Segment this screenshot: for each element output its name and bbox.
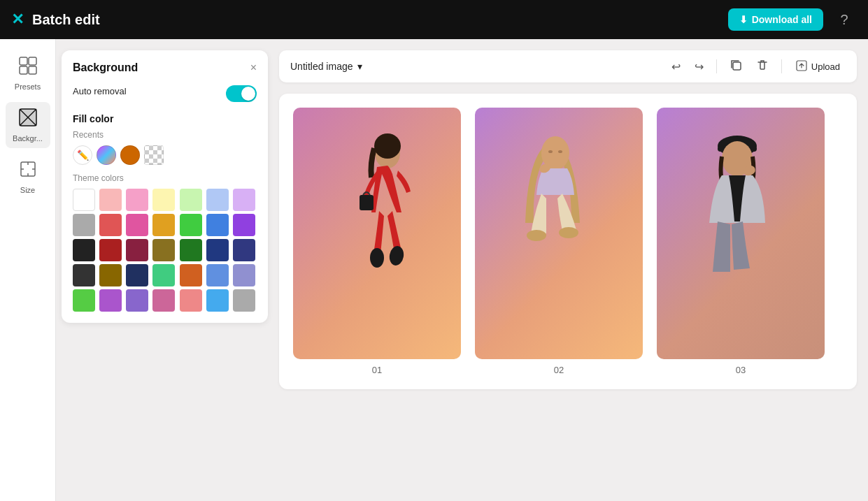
theme-color-swatch[interactable] bbox=[233, 189, 255, 211]
sidebar-item-background[interactable]: Backgr... bbox=[6, 102, 50, 148]
trash-icon bbox=[756, 59, 769, 74]
theme-color-swatch[interactable] bbox=[206, 214, 229, 236]
theme-colors-label: Theme colors bbox=[73, 173, 257, 183]
background-icon bbox=[18, 108, 38, 131]
tools-sidebar: Presets Backgr... bbox=[0, 39, 56, 501]
theme-color-swatch[interactable] bbox=[206, 264, 229, 286]
svg-point-17 bbox=[370, 248, 384, 268]
svg-rect-3 bbox=[29, 66, 36, 74]
theme-color-swatch[interactable] bbox=[233, 264, 255, 286]
theme-color-swatch[interactable] bbox=[233, 239, 255, 261]
image-item-3: 03 bbox=[657, 108, 825, 375]
panel-title: Background bbox=[73, 61, 138, 74]
topbar-left: ✕ Batch edit bbox=[11, 10, 100, 29]
image-card-3[interactable] bbox=[657, 108, 825, 359]
svg-point-23 bbox=[527, 230, 546, 241]
theme-color-swatch[interactable] bbox=[99, 189, 122, 211]
figure-svg-3 bbox=[657, 108, 825, 359]
chevron-down-icon: ▾ bbox=[357, 61, 362, 72]
image-label-3: 03 bbox=[736, 365, 746, 375]
theme-color-swatch[interactable] bbox=[73, 214, 95, 236]
toolbar-divider-2 bbox=[781, 59, 782, 73]
image-label-1: 01 bbox=[372, 365, 382, 375]
upload-button[interactable]: Upload bbox=[790, 57, 846, 76]
download-icon: ⬇ bbox=[739, 14, 748, 25]
theme-color-swatch[interactable] bbox=[206, 289, 229, 312]
theme-color-swatch[interactable] bbox=[180, 239, 202, 261]
image-label-2: 02 bbox=[554, 365, 564, 375]
theme-color-swatch[interactable] bbox=[233, 289, 255, 312]
image-name-dropdown[interactable]: Untitled image ▾ bbox=[290, 61, 362, 72]
svg-rect-1 bbox=[29, 57, 36, 65]
sidebar-item-size[interactable]: Size bbox=[6, 154, 50, 200]
theme-color-swatch[interactable] bbox=[99, 239, 122, 261]
copy-icon bbox=[730, 59, 742, 74]
background-label: Backgr... bbox=[13, 134, 43, 143]
theme-color-swatch[interactable] bbox=[233, 214, 255, 236]
svg-point-16 bbox=[374, 133, 401, 159]
svg-rect-19 bbox=[360, 195, 373, 210]
undo-icon: ↩ bbox=[671, 60, 681, 73]
figure-svg-1 bbox=[293, 108, 461, 359]
image-card-1[interactable] bbox=[293, 108, 461, 359]
image-item-2: 02 bbox=[475, 108, 643, 375]
presets-icon bbox=[18, 56, 38, 80]
theme-color-swatch[interactable] bbox=[180, 289, 202, 312]
theme-color-swatch[interactable] bbox=[126, 289, 148, 312]
theme-color-swatch[interactable] bbox=[99, 264, 122, 286]
theme-color-swatch[interactable] bbox=[152, 239, 175, 261]
fill-color-label: Fill color bbox=[73, 113, 257, 124]
auto-removal-label: Auto removal bbox=[73, 86, 127, 96]
theme-color-swatch[interactable] bbox=[180, 264, 202, 286]
theme-color-swatch[interactable] bbox=[206, 239, 229, 261]
copy-button[interactable] bbox=[725, 56, 746, 77]
panel-close-button[interactable]: × bbox=[250, 61, 257, 74]
eyedropper-button[interactable]: ✏️ bbox=[73, 145, 92, 165]
theme-color-swatch[interactable] bbox=[99, 214, 122, 236]
theme-color-swatch[interactable] bbox=[152, 264, 175, 286]
undo-button[interactable]: ↩ bbox=[667, 57, 685, 76]
image-card-2[interactable] bbox=[475, 108, 643, 359]
svg-point-21 bbox=[548, 150, 553, 153]
upload-icon bbox=[796, 60, 807, 73]
auto-removal-row: Auto removal bbox=[73, 85, 257, 102]
svg-point-24 bbox=[559, 227, 578, 238]
svg-point-18 bbox=[388, 245, 406, 266]
theme-color-swatch[interactable] bbox=[126, 264, 148, 286]
theme-color-swatch[interactable] bbox=[206, 189, 229, 211]
theme-color-swatch[interactable] bbox=[126, 189, 148, 211]
image-item-1: 01 bbox=[293, 108, 461, 375]
main-layout: Presets Backgr... bbox=[0, 39, 868, 501]
svg-rect-0 bbox=[20, 57, 27, 65]
auto-removal-toggle[interactable] bbox=[226, 85, 257, 102]
redo-button[interactable]: ↪ bbox=[690, 57, 708, 76]
theme-color-swatch[interactable] bbox=[152, 189, 175, 211]
download-all-button[interactable]: ⬇ Download all bbox=[728, 8, 823, 31]
recent-color-transparent[interactable] bbox=[144, 145, 164, 165]
theme-color-swatch[interactable] bbox=[152, 214, 175, 236]
help-icon: ? bbox=[840, 12, 848, 28]
theme-color-swatch[interactable] bbox=[126, 239, 148, 261]
delete-button[interactable] bbox=[752, 56, 773, 77]
sidebar-item-presets[interactable]: Presets bbox=[6, 50, 50, 96]
presets-label: Presets bbox=[15, 82, 41, 91]
help-button[interactable]: ? bbox=[832, 7, 857, 32]
theme-color-swatch[interactable] bbox=[73, 264, 95, 286]
images-grid: 01 bbox=[279, 94, 857, 389]
recents-label: Recents bbox=[73, 130, 257, 140]
theme-color-swatch[interactable] bbox=[73, 289, 95, 312]
theme-color-swatch[interactable] bbox=[126, 214, 148, 236]
theme-color-swatch[interactable] bbox=[99, 289, 122, 312]
size-label: Size bbox=[20, 186, 35, 194]
recent-color-gradient[interactable] bbox=[97, 145, 116, 165]
recent-color-orange[interactable] bbox=[120, 145, 140, 165]
theme-color-swatch[interactable] bbox=[73, 239, 95, 261]
theme-color-swatch[interactable] bbox=[73, 189, 95, 211]
theme-color-swatch[interactable] bbox=[152, 289, 175, 312]
content-area: Untitled image ▾ ↩ ↪ bbox=[268, 39, 868, 501]
recents-row: ✏️ bbox=[73, 145, 257, 165]
page-title: Batch edit bbox=[32, 12, 100, 28]
theme-color-swatch[interactable] bbox=[180, 214, 202, 236]
theme-color-swatch[interactable] bbox=[180, 189, 202, 211]
svg-rect-2 bbox=[20, 66, 27, 74]
